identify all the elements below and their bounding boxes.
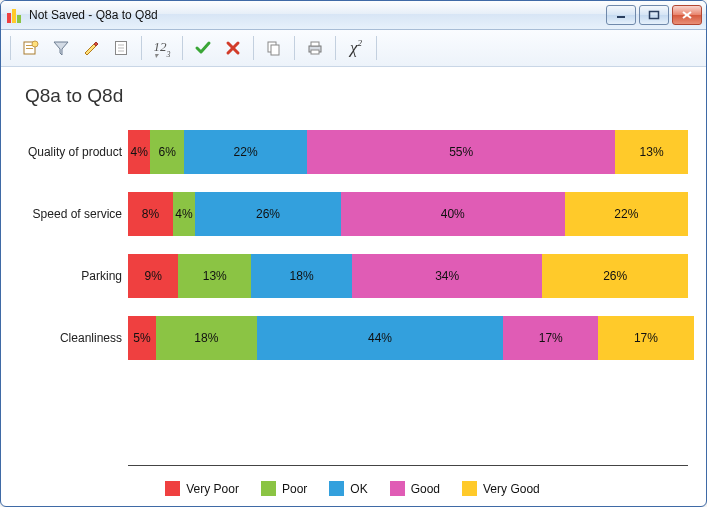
row-label: Speed of service (17, 207, 128, 221)
svg-rect-6 (26, 48, 33, 49)
legend-label: Good (411, 482, 440, 496)
legend-item: Very Good (462, 481, 540, 496)
chart-row: Parking9%13%18%34%26% (17, 245, 688, 307)
window-title: Not Saved - Q8a to Q8d (29, 8, 606, 22)
legend-item: Very Poor (165, 481, 239, 496)
svg-rect-1 (650, 12, 659, 19)
row-label: Parking (17, 269, 128, 283)
chart-row: Quality of product4%6%22%55%13% (17, 121, 688, 183)
svg-rect-15 (271, 45, 279, 55)
bar-segment: 4% (128, 130, 150, 174)
bar-segment: 6% (150, 130, 184, 174)
bar-segment: 26% (542, 254, 688, 298)
titlebar[interactable]: Not Saved - Q8a to Q8d (1, 1, 706, 30)
properties-icon[interactable] (16, 35, 46, 61)
legend-label: OK (350, 482, 367, 496)
svg-rect-17 (311, 42, 319, 46)
row-label: Cleanliness (17, 331, 128, 345)
legend-item: Good (390, 481, 440, 496)
bar-segment: 4% (173, 192, 195, 236)
legend-swatch (165, 481, 180, 496)
legend-label: Very Good (483, 482, 540, 496)
bar-segment: 13% (615, 130, 688, 174)
legend-item: Poor (261, 481, 307, 496)
app-window: Not Saved - Q8a to Q8d (0, 0, 707, 507)
numeric-format-icon[interactable]: 123▾ (147, 35, 177, 61)
print-icon[interactable] (300, 35, 330, 61)
highlighter-icon[interactable] (76, 35, 106, 61)
bar-segment: 8% (128, 192, 173, 236)
page-icon[interactable] (106, 35, 136, 61)
bar-segment: 26% (195, 192, 341, 236)
legend-swatch (329, 481, 344, 496)
minimize-button[interactable] (606, 5, 636, 25)
app-chart-icon (7, 7, 23, 23)
copy-icon[interactable] (259, 35, 289, 61)
bar-segment: 17% (598, 316, 693, 360)
reject-icon[interactable] (218, 35, 248, 61)
bar-segment: 18% (156, 316, 257, 360)
bar-segment: 9% (128, 254, 178, 298)
toolbar: 123▾ χ2 (1, 30, 706, 67)
bar-segment: 13% (178, 254, 251, 298)
bar-segment: 18% (251, 254, 352, 298)
bar-segment: 55% (307, 130, 615, 174)
chart-title: Q8a to Q8d (25, 85, 688, 107)
bar-segment: 17% (503, 316, 598, 360)
close-button[interactable] (672, 5, 702, 25)
row-bar: 5%18%44%17%17% (128, 316, 688, 360)
bar-segment: 22% (565, 192, 688, 236)
window-controls (606, 5, 702, 25)
bar-segment: 22% (184, 130, 307, 174)
legend-swatch (261, 481, 276, 496)
legend-label: Poor (282, 482, 307, 496)
svg-point-7 (32, 41, 38, 47)
legend-swatch (462, 481, 477, 496)
chi-squared-icon[interactable]: χ2 (341, 35, 371, 61)
row-bar: 4%6%22%55%13% (128, 130, 688, 174)
row-bar: 8%4%26%40%22% (128, 192, 688, 236)
bar-segment: 34% (352, 254, 542, 298)
legend-swatch (390, 481, 405, 496)
funnel-icon[interactable] (46, 35, 76, 61)
row-bar: 9%13%18%34%26% (128, 254, 688, 298)
legend-item: OK (329, 481, 367, 496)
legend: Very PoorPoorOKGoodVery Good (17, 467, 688, 498)
svg-rect-18 (311, 50, 319, 54)
accept-icon[interactable] (188, 35, 218, 61)
bar-segment: 40% (341, 192, 565, 236)
chart-row: Speed of service8%4%26%40%22% (17, 183, 688, 245)
bar-segment: 5% (128, 316, 156, 360)
maximize-button[interactable] (639, 5, 669, 25)
chart-row: Cleanliness5%18%44%17%17% (17, 307, 688, 369)
legend-label: Very Poor (186, 482, 239, 496)
bar-segment: 44% (257, 316, 503, 360)
chart-panel: Q8a to Q8d Quality of product4%6%22%55%1… (1, 67, 706, 506)
row-label: Quality of product (17, 145, 128, 159)
chart-area: Quality of product4%6%22%55%13%Speed of … (17, 121, 688, 465)
